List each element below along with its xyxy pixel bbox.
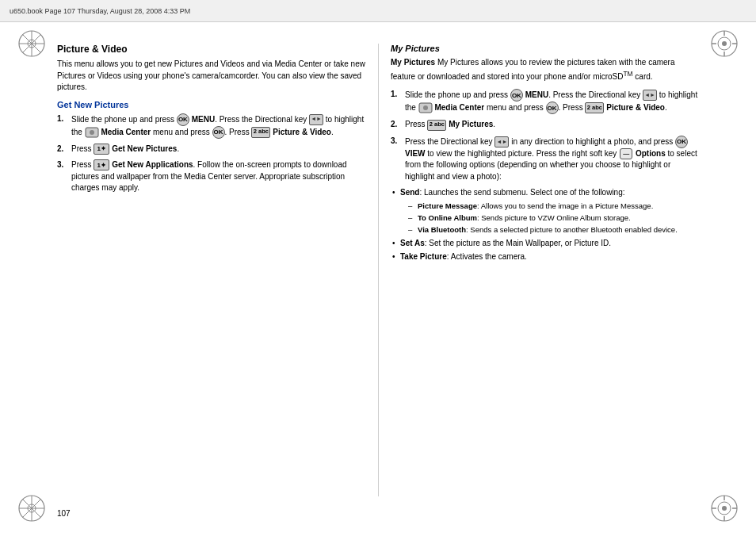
media-center-label: Media Center xyxy=(101,127,151,136)
menu-label: MENU xyxy=(192,114,215,123)
header-bar: u650.book Page 107 Thursday, August 28, … xyxy=(0,0,756,22)
my-pictures-steps-list: 1. Slide the phone up and press OK MENU.… xyxy=(391,89,699,182)
corner-decoration-bl xyxy=(16,492,48,524)
my-pictures-bold: My Pictures xyxy=(391,58,435,67)
options-bullet-list: Send: Launches the send submenu. Select … xyxy=(391,187,699,262)
step-1-number: 1. xyxy=(57,113,71,139)
my-pictures-step-2: 2. Press 2 abc My Pictures. xyxy=(391,119,699,131)
my-pictures-step-3: 3. Press the Directional key ◄► in any d… xyxy=(391,136,699,183)
intro-text: This menu allows you to get new Pictures… xyxy=(57,59,365,94)
step-3-number: 3. xyxy=(57,159,71,194)
header-text: u650.book Page 107 Thursday, August 28, … xyxy=(10,7,190,15)
send-sub-list: Picture Message: Allows you to send the … xyxy=(407,201,699,236)
send-label: Send xyxy=(400,188,419,197)
ok-r3-button-icon: OK xyxy=(675,136,688,148)
my-pictures-step-3-number: 3. xyxy=(391,136,405,183)
svg-point-8 xyxy=(722,41,727,46)
view-label: VIEW xyxy=(405,149,426,158)
directional-key-icon: ◄► xyxy=(309,114,323,125)
step-1-content: Slide the phone up and press OK MENU. Pr… xyxy=(71,113,365,139)
ok-button-2-icon: OK xyxy=(212,126,225,139)
2abc-button-icon: 2 abc xyxy=(251,127,270,138)
my-pictures-step-1: 1. Slide the phone up and press OK MENU.… xyxy=(391,89,699,114)
section-title: Picture & Video xyxy=(57,44,365,55)
svg-point-21 xyxy=(722,506,727,511)
bullet-set-as: Set As: Set the picture as the Main Wall… xyxy=(391,238,699,250)
media-center-icon xyxy=(85,127,99,138)
steps-list: 1. Slide the phone up and press OK MENU.… xyxy=(57,113,365,194)
sub-bullet-picture-message: Picture Message: Allows you to send the … xyxy=(407,201,699,211)
2abc-r2-button-icon: 2 abc xyxy=(427,120,446,131)
softkey-options-icon: — xyxy=(620,148,632,159)
corner-decoration-tl xyxy=(16,28,48,59)
step-3: 3. Press 1✦ Get New Applications. Follow… xyxy=(57,159,365,194)
tm-superscript: TM xyxy=(624,70,633,78)
content-area: Picture & Video This menu allows you to … xyxy=(57,44,699,496)
menu-r-label: MENU xyxy=(525,90,548,99)
dir-r-key-icon: ◄► xyxy=(643,90,657,101)
svg-point-27 xyxy=(90,130,94,135)
picture-video-label: Picture & Video xyxy=(273,127,331,136)
bullet-take-picture: Take Picture: Activates the camera. xyxy=(391,251,699,263)
my-pictures-step-1-number: 1. xyxy=(391,89,405,114)
right-column: My Pictures My Pictures My Pictures allo… xyxy=(391,44,699,496)
step-1: 1. Slide the phone up and press OK MENU.… xyxy=(57,113,365,139)
my-pictures-step2-label: My Pictures xyxy=(449,120,493,128)
1star-button-2-icon: 1✦ xyxy=(94,159,109,170)
my-pictures-step-2-number: 2. xyxy=(391,119,405,131)
step-2: 2. Press 1✦ Get New Pictures. xyxy=(57,144,365,155)
online-album-label: To Online Album xyxy=(418,213,477,222)
take-picture-label: Take Picture xyxy=(400,252,447,261)
set-as-label: Set As xyxy=(400,239,425,247)
page-number: 107 xyxy=(57,509,71,518)
my-pictures-step-2-content: Press 2 abc My Pictures. xyxy=(405,119,699,131)
2abc-r-button-icon: 2 abc xyxy=(585,102,604,113)
via-bluetooth-label: Via Bluetooth xyxy=(418,225,466,234)
corner-decoration-br xyxy=(708,492,740,524)
ok-r-button-2-icon: OK xyxy=(546,101,559,114)
options-label: Options xyxy=(636,149,666,158)
corner-decoration-tr xyxy=(708,28,740,59)
subsection-title-get-new-pictures: Get New Pictures xyxy=(57,100,365,109)
media-center-r-label: Media Center xyxy=(434,103,484,112)
my-pictures-intro: My Pictures My Pictures allows you to re… xyxy=(391,57,699,82)
sub-bullet-online-album: To Online Album: Sends picture to VZW On… xyxy=(407,213,699,223)
step-2-number: 2. xyxy=(57,144,71,155)
picture-message-label: Picture Message xyxy=(418,201,477,210)
dir-r2-key-icon: ◄► xyxy=(494,136,509,147)
my-pictures-step-3-content: Press the Directional key ◄► in any dire… xyxy=(405,136,699,183)
step-2-content: Press 1✦ Get New Pictures. xyxy=(71,144,365,155)
picture-video-r-label: Picture & Video xyxy=(606,103,665,112)
my-pictures-step-1-content: Slide the phone up and press OK MENU. Pr… xyxy=(405,89,699,114)
my-pictures-title: My Pictures xyxy=(391,44,699,53)
left-column: Picture & Video This menu allows you to … xyxy=(57,44,365,496)
svg-point-29 xyxy=(423,105,428,110)
get-new-applications-label: Get New Applications xyxy=(112,160,193,169)
get-new-pictures-label: Get New Pictures xyxy=(112,144,177,153)
step-3-content: Press 1✦ Get New Applications. Follow th… xyxy=(71,159,365,194)
ok-button-icon: OK xyxy=(177,113,189,126)
media-center-r-icon xyxy=(418,102,433,113)
ok-r-button-icon: OK xyxy=(510,89,523,101)
1star-button-icon: 1✦ xyxy=(94,144,109,155)
sub-bullet-via-bluetooth: Via Bluetooth: Sends a selected picture … xyxy=(407,224,699,235)
bullet-send: Send: Launches the send submenu. Select … xyxy=(391,187,699,235)
